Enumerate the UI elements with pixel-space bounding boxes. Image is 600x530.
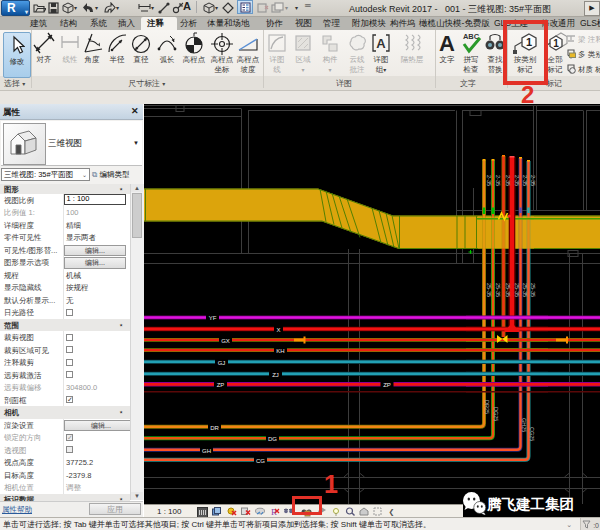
svg-text:25-35: 25-35 [522, 283, 528, 297]
svg-text:DG25: DG25 [493, 407, 499, 421]
svg-text:DR25: DR25 [484, 400, 490, 414]
svg-text:ZP: ZP [217, 382, 225, 388]
svg-text:25-35: 25-35 [530, 283, 536, 297]
svg-text:25-35: 25-35 [505, 283, 511, 297]
svg-text:KH: KH [276, 348, 284, 354]
svg-text:2-35: 2-35 [522, 175, 528, 186]
svg-text:A: A [439, 32, 455, 55]
svg-text:YF: YF [209, 315, 217, 321]
svg-text:A: A [376, 36, 386, 51]
svg-text:GX: GX [221, 338, 230, 344]
svg-text:DG: DG [268, 436, 277, 442]
svg-text:2-35: 2-35 [495, 175, 501, 186]
svg-text:ZP: ZP [383, 382, 391, 388]
svg-text:2-35: 2-35 [530, 175, 536, 186]
svg-text:GH: GH [202, 448, 211, 454]
svg-text:2-35: 2-35 [505, 175, 511, 186]
svg-text:2-35: 2-35 [486, 175, 492, 186]
svg-text:GH25: GH25 [521, 418, 527, 432]
svg-text:25-35: 25-35 [514, 283, 520, 297]
svg-text:2-35: 2-35 [514, 175, 520, 186]
svg-text:X: X [276, 327, 280, 333]
svg-text:CG: CG [256, 458, 265, 464]
svg-text:DR: DR [210, 425, 219, 431]
svg-text:1: 1 [553, 38, 559, 49]
svg-text:25-35: 25-35 [486, 283, 492, 297]
svg-text:GJ: GJ [218, 360, 226, 366]
svg-text:ZJ: ZJ [272, 372, 279, 378]
svg-text:CG25: CG25 [529, 427, 535, 441]
svg-text:25-35: 25-35 [495, 283, 501, 297]
